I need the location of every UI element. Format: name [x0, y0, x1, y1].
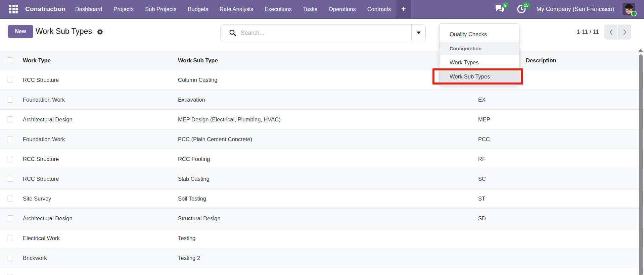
- table-row[interactable]: Site Survey Soil Testing ST: [0, 189, 644, 209]
- page-title-area: Work Sub Types: [36, 27, 103, 36]
- new-button[interactable]: New: [8, 25, 33, 38]
- row-checkbox[interactable]: [7, 77, 13, 83]
- plus-menu-button[interactable]: +: [396, 0, 411, 18]
- control-panel: New Work Sub Types: [0, 19, 644, 51]
- cell-code: PCC: [475, 136, 523, 143]
- plus-menu-dropdown: Quality Checks Configuration Work Types …: [439, 23, 519, 85]
- table-row[interactable]: RCC Structure Slab Casting SC: [0, 169, 644, 189]
- dropdown-section-configuration: Configuration: [440, 42, 519, 55]
- cell-code: EX: [475, 97, 523, 103]
- cell-work-type: Foundation Work: [20, 97, 175, 103]
- cell-work-sub-type: RCC Footing: [175, 156, 475, 162]
- table-header-row: Work Type Work Sub Type Description: [0, 51, 644, 70]
- column-header-work-type[interactable]: Work Type: [20, 57, 175, 64]
- cell-code: SC: [475, 176, 523, 182]
- pager-previous-button[interactable]: [604, 24, 617, 40]
- table-row[interactable]: Electrical Work Testing: [0, 228, 644, 248]
- page-title: Work Sub Types: [36, 27, 92, 36]
- cell-work-sub-type: Soil Testing: [175, 196, 475, 202]
- row-checkbox[interactable]: [7, 136, 13, 142]
- app-name[interactable]: Construction: [25, 5, 66, 13]
- cell-work-type: RCC Structure: [20, 176, 175, 182]
- cell-work-sub-type: Slab Casting: [175, 176, 475, 182]
- search-bar: [220, 24, 426, 41]
- messages-count-badge: 9: [502, 2, 509, 8]
- cell-work-type: Brickwork: [20, 255, 175, 261]
- cell-work-type: Electrical Work: [20, 235, 175, 241]
- cell-work-type: Foundation Work: [20, 136, 175, 143]
- row-checkbox[interactable]: [7, 176, 13, 182]
- table-row[interactable]: Architectural Design Structural Design S…: [0, 209, 644, 228]
- table-row[interactable]: Architectural Design MEP Design (Electri…: [0, 110, 644, 129]
- table-row-partial[interactable]: [0, 268, 644, 275]
- row-checkbox[interactable]: [7, 97, 13, 103]
- menu-item-executions[interactable]: Executions: [265, 6, 292, 12]
- menu-item-contracts[interactable]: Contracts: [367, 6, 391, 12]
- cell-work-type: RCC Structure: [20, 77, 175, 83]
- column-header-description[interactable]: Description: [523, 57, 644, 64]
- table-row[interactable]: Foundation Work Excavation EX: [0, 90, 644, 110]
- activities-count-badge: 15: [522, 2, 530, 8]
- cell-code: RF: [475, 156, 523, 162]
- cell-work-sub-type: PCC (Plain Cement Concrete): [175, 136, 475, 143]
- cell-work-type: Site Survey: [20, 196, 175, 202]
- table-row[interactable]: Brickwork Testing 2: [0, 248, 644, 268]
- cell-work-sub-type: Testing 2: [175, 255, 475, 261]
- dropdown-item-work-types[interactable]: Work Types: [440, 55, 519, 69]
- search-filter-toggle[interactable]: [411, 25, 425, 41]
- pager: 1-11 / 11: [577, 24, 631, 40]
- row-checkbox[interactable]: [7, 255, 13, 261]
- row-checkbox[interactable]: [7, 156, 13, 162]
- messages-button[interactable]: 9: [495, 4, 505, 14]
- menu-item-tasks[interactable]: Tasks: [303, 6, 317, 12]
- table-row[interactable]: Foundation Work PCC (Plain Cement Concre…: [0, 129, 644, 149]
- chevron-down-icon: [417, 32, 421, 34]
- menu-item-projects[interactable]: Projects: [113, 6, 134, 12]
- scrollbar-up-arrow[interactable]: [638, 49, 643, 52]
- main-menu: Dashboard Projects Sub Projects Budgets …: [75, 6, 391, 12]
- chevron-right-icon: [623, 29, 627, 36]
- cell-code: MEP: [475, 116, 523, 123]
- magnifier-icon: [229, 29, 237, 37]
- view-settings-gear-icon[interactable]: [97, 29, 103, 35]
- cell-work-sub-type: MEP Design (Electrical, Plumbing, HVAC): [175, 116, 475, 123]
- search-input[interactable]: [241, 30, 411, 37]
- pager-range: 1-11 / 11: [577, 29, 599, 36]
- top-navbar: Construction Dashboard Projects Sub Proj…: [0, 0, 644, 19]
- cell-code: ST: [475, 196, 523, 202]
- chevron-left-icon: [609, 29, 613, 36]
- menu-item-budgets[interactable]: Budgets: [188, 6, 209, 12]
- online-status-dot: [631, 11, 637, 16]
- menu-item-rate-analysis[interactable]: Rate Analysis: [220, 6, 253, 12]
- menu-item-operations[interactable]: Operations: [329, 6, 356, 12]
- menu-item-dashboard[interactable]: Dashboard: [75, 6, 102, 12]
- column-header-work-sub-type[interactable]: Work Sub Type: [175, 57, 475, 64]
- select-all-checkbox[interactable]: [7, 57, 13, 63]
- activities-button[interactable]: 15: [516, 4, 526, 14]
- table-row[interactable]: RCC Structure Column Casting: [0, 70, 644, 90]
- user-avatar[interactable]: [623, 3, 635, 15]
- table-row[interactable]: RCC Structure RCC Footing RF: [0, 149, 644, 169]
- systray: 9 15 My Company (San Francisco): [484, 3, 644, 15]
- dropdown-item-work-sub-types[interactable]: Work Sub Types: [440, 69, 519, 84]
- row-checkbox[interactable]: [7, 215, 13, 221]
- dropdown-item-quality-checks[interactable]: Quality Checks: [440, 26, 519, 42]
- menu-item-sub-projects[interactable]: Sub Projects: [145, 6, 177, 12]
- apps-grid-icon[interactable]: [9, 5, 18, 13]
- cell-code: SD: [475, 215, 523, 222]
- row-checkbox[interactable]: [7, 196, 13, 202]
- cell-work-sub-type: Column Casting: [175, 77, 475, 83]
- work-sub-types-list: Work Type Work Sub Type Description RCC …: [0, 51, 644, 275]
- cell-work-type: RCC Structure: [20, 156, 175, 162]
- row-checkbox[interactable]: [7, 235, 13, 241]
- cell-work-type: Architectural Design: [20, 215, 175, 222]
- cell-work-sub-type: Excavation: [175, 97, 475, 103]
- cell-work-sub-type: Structural Design: [175, 215, 475, 222]
- scrollbar-thumb[interactable]: [639, 54, 643, 275]
- cell-work-sub-type: Testing: [175, 235, 475, 241]
- cell-work-type: Architectural Design: [20, 116, 175, 123]
- row-checkbox[interactable]: [7, 116, 13, 122]
- pager-next-button[interactable]: [618, 24, 631, 40]
- company-switcher[interactable]: My Company (San Francisco): [537, 6, 614, 13]
